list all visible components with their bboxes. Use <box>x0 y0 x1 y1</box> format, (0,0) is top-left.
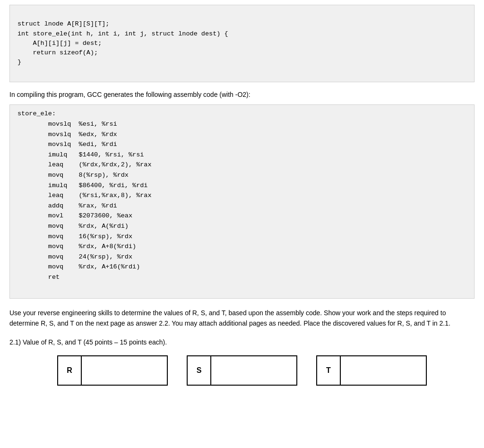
label-s: S <box>188 356 211 385</box>
asm-code-block: store_ele: movslq %esi, %rsi movslq %edx… <box>9 104 475 299</box>
answer-box-s: S <box>187 355 297 386</box>
input-r[interactable] <box>82 356 167 385</box>
c-code-line-2: int store_ele(int h, int i, int j, struc… <box>17 30 228 37</box>
question-label: 2.1) Value of R, S, and T (45 points – 1… <box>9 338 475 346</box>
asm-label: store_ele: <box>17 110 56 117</box>
answer-section: 2.1) Value of R, S, and T (45 points – 1… <box>9 338 475 386</box>
c-code-line-3: A[h][i][j] = dest; <box>17 40 102 47</box>
c-code-line-4: return sizeof(A); <box>17 49 98 56</box>
page-container: struct lnode A[R][S][T]; int store_ele(i… <box>0 0 484 448</box>
c-code-line-1: struct lnode A[R][S][T]; <box>17 20 109 27</box>
c-code-block: struct lnode A[R][S][T]; int store_ele(i… <box>9 5 475 82</box>
label-r: R <box>58 356 82 385</box>
label-t: T <box>317 356 341 385</box>
c-code-line-5: } <box>17 59 21 66</box>
prose-before-asm: In compiling this program, GCC generates… <box>9 90 475 100</box>
answer-boxes-container: R S T <box>9 355 475 386</box>
input-s[interactable] <box>211 356 296 385</box>
prose-after-asm: Use your reverse engineering skills to d… <box>9 308 475 328</box>
input-t[interactable] <box>341 356 426 385</box>
answer-box-r: R <box>57 355 168 386</box>
answer-box-t: T <box>316 355 427 386</box>
